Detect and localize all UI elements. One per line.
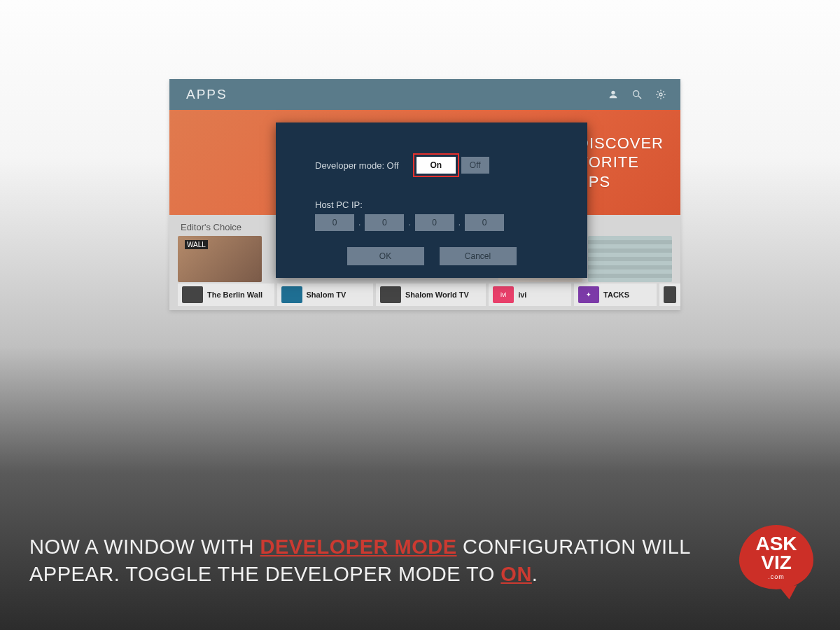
- highlight-box: On: [413, 153, 459, 177]
- user-icon[interactable]: [608, 89, 619, 100]
- developer-mode-dialog: Developer mode: Off On Off Host PC IP: 0…: [276, 122, 587, 278]
- apps-title: APPS: [186, 87, 227, 102]
- app-tile[interactable]: [659, 284, 680, 306]
- hero-line3: PPS: [578, 172, 664, 192]
- logo-line2: VIZ: [761, 554, 792, 571]
- ip-input-row: 0. 0. 0. 0: [315, 214, 504, 231]
- ip-octet-input[interactable]: 0: [315, 214, 354, 231]
- svg-point-3: [659, 93, 662, 96]
- editors-tile[interactable]: [178, 236, 262, 282]
- svg-point-1: [634, 91, 639, 97]
- host-pc-ip-label: Host PC IP:: [315, 200, 504, 210]
- tv-topbar: APPS: [169, 79, 680, 110]
- ip-octet-input[interactable]: 0: [465, 214, 504, 231]
- instruction-caption: NOW A WINDOW WITH DEVELOPER MODE CONFIGU…: [29, 533, 700, 588]
- svg-point-0: [611, 91, 615, 94]
- askviz-logo: ASK VIZ .com: [739, 525, 816, 602]
- app-tile[interactable]: iviivi: [489, 284, 571, 306]
- cancel-button[interactable]: Cancel: [440, 247, 517, 265]
- editors-tile[interactable]: [588, 236, 672, 282]
- app-tile[interactable]: ✦TACKS: [574, 284, 657, 306]
- ok-button[interactable]: OK: [347, 247, 424, 265]
- hero-line2: VORITE: [578, 153, 664, 172]
- on-button[interactable]: On: [416, 157, 456, 174]
- ip-octet-input[interactable]: 0: [365, 214, 404, 231]
- caption-part: .: [532, 563, 538, 585]
- app-tile[interactable]: Shalom World TV: [376, 284, 486, 306]
- app-tile[interactable]: The Berlin Wall: [178, 284, 274, 306]
- off-button[interactable]: Off: [461, 157, 489, 174]
- developer-mode-label: Developer mode: Off: [315, 160, 399, 171]
- app-strip: The Berlin Wall Shalom TV Shalom World T…: [178, 284, 680, 306]
- search-icon[interactable]: [631, 89, 643, 100]
- tv-screenshot: APPS DISCOVER VORITE PPS Editor's Choice…: [169, 79, 680, 310]
- ip-octet-input[interactable]: 0: [415, 214, 454, 231]
- caption-highlight: DEVELOPER MODE: [260, 536, 457, 558]
- hero-text: DISCOVER VORITE PPS: [578, 134, 664, 192]
- hero-line1: DISCOVER: [578, 134, 664, 153]
- caption-highlight: ON: [500, 563, 532, 585]
- gear-icon[interactable]: [655, 89, 666, 100]
- logo-line1: ASK: [755, 534, 797, 554]
- editors-choice-label: Editor's Choice: [181, 222, 241, 232]
- logo-line3: .com: [768, 573, 785, 580]
- app-tile[interactable]: Shalom TV: [277, 284, 374, 306]
- caption-part: NOW A WINDOW WITH: [29, 536, 260, 558]
- svg-line-2: [638, 96, 641, 99]
